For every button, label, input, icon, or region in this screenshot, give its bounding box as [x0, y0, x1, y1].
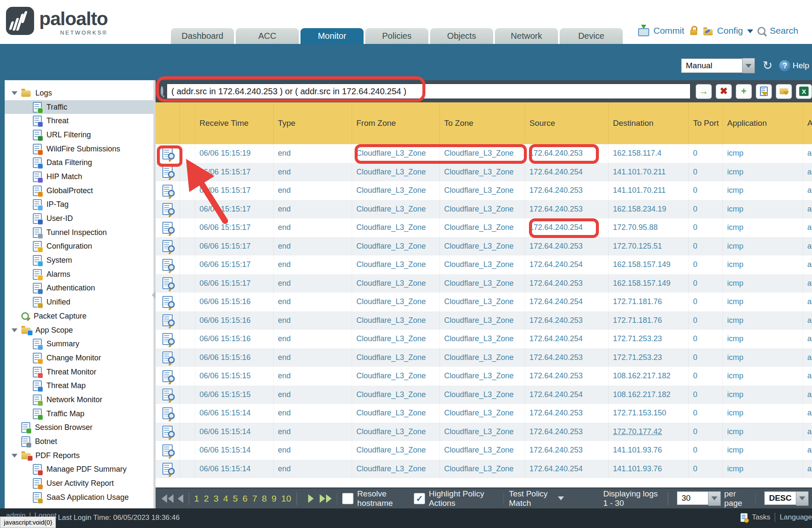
log-row[interactable]: 06/06 15:15:16endCloudflare_L3_ZoneCloud… [156, 330, 812, 348]
log-row[interactable]: 06/06 15:15:14endCloudflare_L3_ZoneCloud… [156, 460, 812, 479]
log-detail-magnifier-icon[interactable] [162, 203, 173, 215]
sidebar-item-threat[interactable]: Threat [5, 114, 153, 128]
sort-order-select[interactable]: DESC [764, 491, 796, 505]
log-detail-magnifier-icon[interactable] [162, 296, 173, 308]
log-row[interactable]: 06/06 15:15:16endCloudflare_L3_ZoneCloud… [156, 311, 812, 330]
next-page-button[interactable] [308, 494, 314, 503]
sidebar-item-traffic-map[interactable]: Traffic Map [5, 407, 153, 421]
log-detail-magnifier-icon[interactable] [162, 444, 173, 456]
page-number-8[interactable]: 8 [262, 493, 267, 504]
log-row[interactable]: 06/06 15:15:19endCloudflare_L3_ZoneCloud… [156, 144, 812, 163]
log-detail-magnifier-icon[interactable] [162, 407, 173, 419]
log-row[interactable]: 06/06 15:15:17endCloudflare_L3_ZoneCloud… [156, 200, 812, 219]
column-header-receive-time[interactable]: Receive Time [195, 102, 274, 144]
sidebar-item-globalprotect[interactable]: GlobalProtect [5, 184, 153, 198]
expand-triangle-icon[interactable] [12, 454, 17, 458]
column-header-destination[interactable]: Destination [609, 102, 689, 144]
help-label[interactable]: Help [792, 61, 809, 70]
sidebar-item-summary[interactable]: Summary [5, 337, 153, 351]
tasks-button[interactable]: Tasks [752, 513, 770, 522]
tab-network[interactable]: Network [495, 28, 558, 44]
apply-filter-button[interactable]: → [696, 84, 712, 99]
log-detail-magnifier-icon[interactable] [162, 370, 173, 382]
log-detail-magnifier-icon[interactable] [162, 222, 173, 234]
last-page-button[interactable] [320, 494, 332, 503]
resolve-hostname-checkbox[interactable] [342, 493, 353, 504]
tab-objects[interactable]: Objects [430, 28, 493, 44]
sidebar-item-configuration[interactable]: Configuration [5, 240, 153, 254]
per-page-select[interactable]: 30 [677, 491, 708, 505]
log-row[interactable]: 06/06 15:15:16endCloudflare_L3_ZoneCloud… [156, 348, 812, 367]
page-number-1[interactable]: 1 [194, 493, 199, 504]
log-row[interactable]: 06/06 15:15:14endCloudflare_L3_ZoneCloud… [156, 423, 812, 441]
test-policy-match-button[interactable]: Test Policy Match [509, 489, 564, 508]
sidebar-item-hip-match[interactable]: HIP Match [5, 170, 153, 184]
log-detail-magnifier-icon[interactable] [162, 463, 173, 475]
log-detail-magnifier-icon[interactable] [162, 333, 173, 345]
column-header-blank-1[interactable] [180, 102, 195, 144]
refresh-icon[interactable]: ↻ [763, 59, 772, 72]
column-header-ac[interactable]: Ac [803, 102, 812, 144]
refresh-mode-select[interactable]: Manual [681, 58, 743, 73]
sidebar-item-botnet[interactable]: Botnet [5, 435, 153, 449]
load-filter-icon[interactable] [776, 84, 792, 99]
page-number-6[interactable]: 6 [243, 493, 248, 504]
sidebar-item-alarms[interactable]: Alarms [5, 267, 153, 281]
sort-order-select-arrow[interactable] [796, 491, 809, 506]
save-filter-icon[interactable] [756, 84, 772, 99]
log-detail-magnifier-icon[interactable] [162, 166, 173, 178]
sidebar-item-user-activity-report[interactable]: User Activity Report [5, 476, 153, 490]
lock-icon[interactable] [690, 29, 697, 35]
log-detail-magnifier-icon[interactable] [162, 351, 173, 363]
column-header-to-zone[interactable]: To Zone [440, 102, 525, 144]
log-row[interactable]: 06/06 15:15:16endCloudflare_L3_ZoneCloud… [156, 293, 812, 311]
sidebar-item-threat-monitor[interactable]: Threat Monitor [5, 365, 153, 379]
log-row[interactable]: 06/06 15:15:17endCloudflare_L3_ZoneCloud… [156, 218, 812, 237]
sidebar-item-packet-capture[interactable]: Packet Capture [5, 309, 153, 323]
commit-button[interactable]: Commit [653, 26, 684, 36]
sidebar-item-traffic[interactable]: Traffic [5, 100, 153, 114]
help-icon[interactable]: ? [779, 60, 790, 71]
page-number-2[interactable]: 2 [204, 493, 209, 504]
cell-destination[interactable]: 172.70.177.42 [609, 423, 689, 441]
sidebar-item-saas-application-usage[interactable]: SaaS Application Usage [5, 490, 153, 505]
expand-triangle-icon[interactable] [12, 91, 17, 95]
page-number-5[interactable]: 5 [233, 493, 238, 504]
sidebar-item-network-monitor[interactable]: Network Monitor [5, 393, 153, 407]
sidebar-item-url-filtering[interactable]: URL Filtering [5, 128, 153, 142]
log-row[interactable]: 06/06 15:15:17endCloudflare_L3_ZoneCloud… [156, 181, 812, 200]
log-row[interactable]: 06/06 15:15:17endCloudflare_L3_ZoneCloud… [156, 163, 812, 182]
sidebar-item-unified[interactable]: Unified [5, 295, 153, 309]
log-row[interactable]: 06/06 15:15:17endCloudflare_L3_ZoneCloud… [156, 274, 812, 293]
sidebar-item-data-filtering[interactable]: Data Filtering [5, 156, 153, 170]
page-number-4[interactable]: 4 [223, 493, 228, 504]
column-header-application[interactable]: Application [723, 102, 803, 144]
sidebar-item-wildfire-submissions[interactable]: WildFire Submissions [5, 142, 153, 156]
column-header-source[interactable]: Source [525, 102, 609, 144]
log-detail-magnifier-icon[interactable] [162, 185, 173, 197]
search-button[interactable]: Search [770, 26, 798, 36]
sidebar-item-threat-map[interactable]: Threat Map [5, 379, 153, 393]
sidebar-item-authentication[interactable]: Authentication [5, 281, 153, 296]
sidebar-collapse-handle[interactable] [152, 291, 156, 299]
log-detail-magnifier-icon[interactable] [162, 240, 173, 252]
sidebar-item-logs[interactable]: Logs [5, 86, 153, 100]
chevron-down-icon[interactable] [747, 29, 753, 33]
sidebar-item-change-monitor[interactable]: Change Monitor [5, 351, 153, 365]
language-button[interactable]: Language [780, 513, 812, 522]
column-header-blank-0[interactable] [156, 102, 180, 144]
log-detail-magnifier-icon[interactable] [162, 259, 173, 271]
page-number-10[interactable]: 10 [281, 493, 291, 504]
column-header-from-zone[interactable]: From Zone [352, 102, 440, 144]
log-detail-magnifier-icon[interactable] [162, 426, 173, 438]
log-row[interactable]: 06/06 15:15:15endCloudflare_L3_ZoneCloud… [156, 367, 812, 386]
tab-acc[interactable]: ACC [236, 28, 299, 44]
log-detail-magnifier-icon[interactable] [162, 389, 173, 400]
highlight-policy-actions-checkbox[interactable]: ✓ [414, 493, 425, 504]
sidebar-item-app-scope[interactable]: App Scope [5, 323, 153, 337]
log-row[interactable]: 06/06 15:15:15endCloudflare_L3_ZoneCloud… [156, 386, 812, 404]
tab-monitor[interactable]: Monitor [301, 28, 364, 44]
sidebar-item-pdf-reports[interactable]: PDF Reports [5, 449, 153, 463]
tab-device[interactable]: Device [560, 28, 623, 44]
export-csv-icon[interactable]: X [796, 84, 812, 99]
